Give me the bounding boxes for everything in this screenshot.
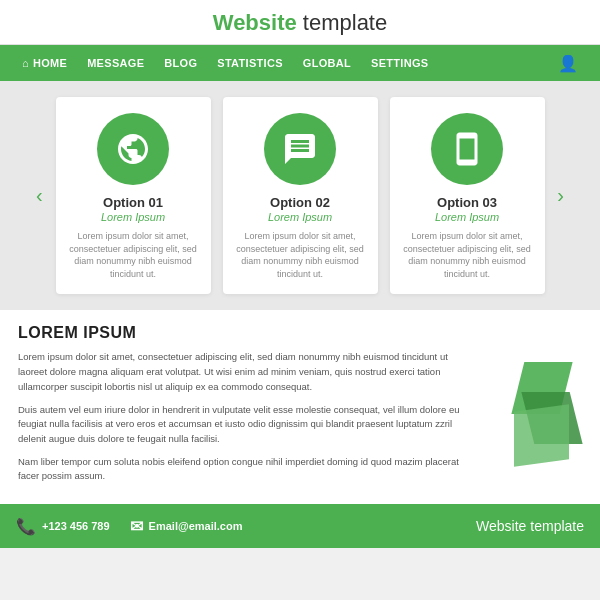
- card-3-title: Option 03: [437, 195, 497, 210]
- 3d-decoration: [487, 353, 577, 463]
- home-icon: ⌂: [22, 57, 29, 69]
- footer-brand-normal: template: [526, 518, 584, 534]
- phone-icon: 📞: [16, 517, 36, 536]
- content-heading: LOREM IPSUM: [18, 324, 468, 342]
- cards-container: Option 01 Lorem Ipsum Lorem ipsum dolor …: [49, 97, 552, 294]
- carousel-section: ‹ Option 01 Lorem Ipsum Lorem ipsum dolo…: [0, 81, 600, 310]
- navigation: ⌂ HOME MESSAGE BLOG STATISTICS GLOBAL SE…: [0, 45, 600, 81]
- nav-item-blog[interactable]: BLOG: [154, 57, 207, 69]
- footer-email: ✉ Email@email.com: [130, 517, 243, 536]
- carousel-right-arrow[interactable]: ›: [551, 184, 570, 207]
- mobile-icon: [449, 131, 485, 167]
- carousel-left-arrow[interactable]: ‹: [30, 184, 49, 207]
- card-3-icon-circle: [431, 113, 503, 185]
- card-2-icon-circle: [264, 113, 336, 185]
- page-title: Website template: [0, 10, 600, 36]
- content-paragraph-2: Duis autem vel eum iriure dolor in hendr…: [18, 403, 468, 447]
- footer-phone-number: +123 456 789: [42, 520, 110, 532]
- card-2-text: Lorem ipsum dolor sit amet, consectetuer…: [235, 230, 366, 280]
- card-1-text: Lorem ipsum dolor sit amet, consectetuer…: [68, 230, 199, 280]
- header: Website template: [0, 0, 600, 45]
- user-icon: 👤: [558, 54, 578, 73]
- content-section: LOREM IPSUM Lorem ipsum dolor sit amet, …: [0, 310, 600, 504]
- nav-user[interactable]: 👤: [548, 54, 588, 73]
- card-3: Option 03 Lorem Ipsum Lorem ipsum dolor …: [390, 97, 545, 294]
- content-left: LOREM IPSUM Lorem ipsum dolor sit amet, …: [18, 324, 468, 492]
- card-2: Option 02 Lorem Ipsum Lorem ipsum dolor …: [223, 97, 378, 294]
- email-icon: ✉: [130, 517, 143, 536]
- card-3-text: Lorem ipsum dolor sit amet, consectetuer…: [402, 230, 533, 280]
- footer: 📞 +123 456 789 ✉ Email@email.com Website…: [0, 504, 600, 548]
- footer-brand-bold: Website: [476, 518, 526, 534]
- footer-phone: 📞 +123 456 789: [16, 517, 110, 536]
- card-1-icon-circle: [97, 113, 169, 185]
- decoration-box-front: [514, 404, 569, 467]
- card-1-title: Option 01: [103, 195, 163, 210]
- card-3-subtitle: Lorem Ipsum: [435, 211, 499, 223]
- card-2-subtitle: Lorem Ipsum: [268, 211, 332, 223]
- card-1: Option 01 Lorem Ipsum Lorem ipsum dolor …: [56, 97, 211, 294]
- title-bold: Website: [213, 10, 297, 35]
- content-paragraph-3: Nam liber tempor cum soluta nobis eleife…: [18, 455, 468, 484]
- footer-email-address: Email@email.com: [149, 520, 243, 532]
- card-1-subtitle: Lorem Ipsum: [101, 211, 165, 223]
- chat-icon: [282, 131, 318, 167]
- nav-item-message[interactable]: MESSAGE: [77, 57, 154, 69]
- nav-item-statistics[interactable]: STATISTICS: [207, 57, 293, 69]
- content-decoration: [482, 324, 582, 492]
- card-2-title: Option 02: [270, 195, 330, 210]
- nav-item-global[interactable]: GLOBAL: [293, 57, 361, 69]
- content-paragraph-1: Lorem ipsum dolor sit amet, consectetuer…: [18, 350, 468, 394]
- nav-item-home[interactable]: ⌂ HOME: [12, 57, 77, 69]
- nav-item-settings[interactable]: SETTINGS: [361, 57, 438, 69]
- footer-brand: Website template: [476, 518, 584, 534]
- title-normal: template: [297, 10, 388, 35]
- globe-icon: [115, 131, 151, 167]
